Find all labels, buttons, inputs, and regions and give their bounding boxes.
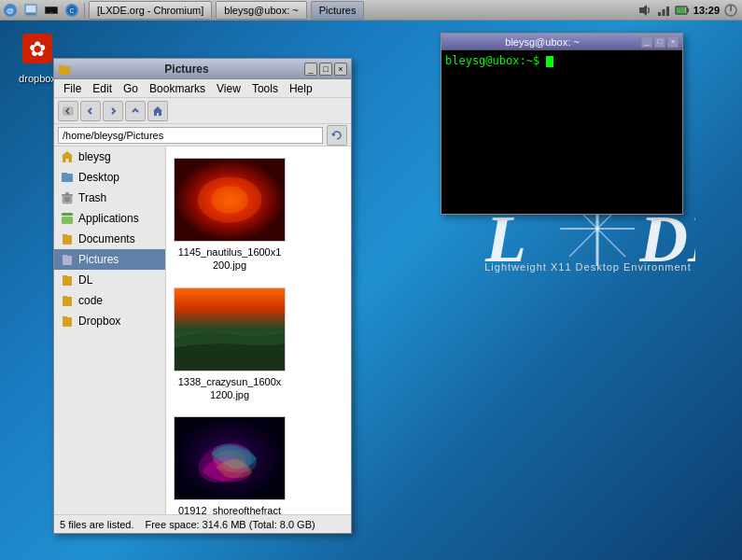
sidebar-label-applications: Applications bbox=[78, 212, 139, 225]
sidebar-label-code: code bbox=[78, 294, 103, 307]
toolbar-home-button[interactable] bbox=[147, 101, 168, 121]
svg-marker-11 bbox=[639, 5, 647, 16]
network-icon bbox=[656, 3, 671, 18]
sidebar-label-dropbox: Dropbox bbox=[78, 315, 120, 328]
sound-icon bbox=[637, 3, 652, 18]
fm-sidebar: bleysg Desktop bbox=[54, 147, 166, 514]
sidebar-item-dropbox[interactable]: Dropbox bbox=[54, 311, 165, 331]
fm-statusbar: 5 files are listed. Free space: 314.6 MB… bbox=[54, 514, 351, 533]
fm-content: bleysg Desktop bbox=[54, 147, 351, 514]
svg-rect-52 bbox=[63, 317, 72, 327]
term-title: bleysg@ubox: ~ bbox=[445, 36, 639, 48]
svg-rect-45 bbox=[63, 234, 67, 236]
file-item-2[interactable]: 1338_crazysun_1600x1200.jpg bbox=[174, 284, 286, 406]
file-name-1: 1145_nautilus_1600x1200.jpg bbox=[177, 245, 282, 273]
toolbar-reload-button[interactable] bbox=[327, 125, 347, 146]
svg-text:✿: ✿ bbox=[29, 37, 46, 61]
svg-rect-4 bbox=[26, 13, 35, 15]
svg-rect-33 bbox=[62, 174, 73, 182]
pictures-folder-icon bbox=[60, 252, 75, 267]
file-name-2: 1338_crazysun_1600x1200.jpg bbox=[177, 375, 282, 402]
term-maximize-button[interactable]: □ bbox=[654, 36, 665, 48]
menu-bookmarks[interactable]: Bookmarks bbox=[144, 79, 211, 98]
fm-maximize-button[interactable]: □ bbox=[319, 63, 332, 76]
menu-view[interactable]: View bbox=[211, 79, 246, 98]
svg-rect-53 bbox=[63, 316, 67, 318]
toolbar-up-button[interactable] bbox=[125, 101, 146, 121]
sidebar-item-documents[interactable]: Documents bbox=[54, 229, 165, 249]
svg-rect-29 bbox=[59, 65, 64, 67]
taskbar-icon-2[interactable] bbox=[21, 0, 41, 21]
svg-marker-31 bbox=[153, 106, 162, 116]
sidebar-item-trash[interactable]: Trash bbox=[54, 188, 165, 208]
status-file-count: 5 files are listed. bbox=[60, 519, 133, 530]
sidebar-label-trash: Trash bbox=[78, 191, 106, 204]
term-cursor bbox=[546, 56, 553, 67]
svg-rect-51 bbox=[63, 296, 67, 298]
svg-rect-14 bbox=[666, 7, 669, 16]
svg-rect-50 bbox=[63, 297, 72, 306]
fm-titlebar-icon bbox=[58, 63, 71, 76]
svg-marker-32 bbox=[62, 151, 73, 162]
fm-minimize-button[interactable]: _ bbox=[304, 63, 317, 76]
taskbar-icon-3[interactable]: _ bbox=[41, 0, 62, 21]
svg-rect-17 bbox=[677, 7, 685, 13]
svg-rect-49 bbox=[63, 275, 67, 277]
sidebar-item-pictures[interactable]: Pictures bbox=[54, 249, 165, 270]
power-icon[interactable] bbox=[723, 3, 738, 18]
dropbox-label: dropbox bbox=[19, 73, 56, 84]
svg-rect-43 bbox=[62, 213, 73, 216]
svg-rect-47 bbox=[63, 255, 67, 257]
toolbar-prev-button[interactable] bbox=[58, 101, 78, 121]
fm-addressbar bbox=[54, 124, 351, 147]
taskbar-separator bbox=[84, 3, 85, 18]
menu-help[interactable]: Help bbox=[284, 79, 318, 98]
sidebar-item-home[interactable]: bleysg bbox=[54, 147, 165, 167]
term-close-button[interactable]: × bbox=[667, 36, 679, 48]
svg-rect-28 bbox=[59, 66, 70, 75]
term-body: bleysg@ubox:~$ bbox=[441, 50, 682, 214]
taskbar-btn-pictures[interactable]: Pictures bbox=[311, 1, 365, 20]
file-item-1[interactable]: 1145_nautilus_1600x1200.jpg bbox=[174, 154, 286, 276]
home-icon bbox=[152, 105, 163, 117]
desktop: @ _ C bbox=[0, 0, 742, 560]
sidebar-item-applications[interactable]: Applications bbox=[54, 208, 165, 229]
sidebar-item-code[interactable]: code bbox=[54, 290, 165, 311]
svg-text:@: @ bbox=[7, 7, 14, 15]
sidebar-item-dl[interactable]: DL bbox=[54, 270, 165, 290]
svg-rect-12 bbox=[658, 12, 661, 16]
back-icon bbox=[85, 105, 96, 117]
toolbar-back-button[interactable] bbox=[80, 101, 101, 121]
term-minimize-button[interactable]: _ bbox=[641, 36, 652, 48]
sidebar-item-desktop[interactable]: Desktop bbox=[54, 167, 165, 188]
toolbar-forward-button[interactable] bbox=[103, 101, 123, 121]
taskbar-btn-terminal[interactable]: bleysg@ubox: ~ bbox=[216, 1, 306, 20]
term-titlebar: bleysg@ubox: ~ _ □ × bbox=[441, 34, 682, 50]
taskbar-btn-chromium[interactable]: [LXDE.org - Chromium] bbox=[89, 1, 212, 20]
clock: 13:29 bbox=[693, 5, 720, 16]
battery-icon bbox=[675, 3, 690, 18]
taskbar-icon-4[interactable]: C bbox=[62, 0, 82, 21]
prev-icon bbox=[63, 105, 74, 117]
svg-rect-34 bbox=[62, 173, 67, 175]
svg-text:C: C bbox=[69, 7, 74, 14]
status-free-space: Free space: 314.6 MB (Total: 8.0 GB) bbox=[145, 519, 315, 530]
trash-icon bbox=[60, 190, 75, 205]
menu-edit[interactable]: Edit bbox=[87, 79, 118, 98]
fm-close-button[interactable]: × bbox=[334, 63, 347, 76]
fm-menubar: File Edit Go Bookmarks View Tools Help bbox=[54, 79, 351, 98]
file-item-3[interactable]: 01912_shoreofthefractalsea_1600x1200.jpg bbox=[174, 413, 286, 514]
term-prompt: bleysg@ubox:~$ bbox=[445, 54, 553, 67]
file-thumb-1 bbox=[174, 158, 286, 242]
applications-icon bbox=[60, 211, 75, 226]
menu-file[interactable]: File bbox=[58, 79, 87, 98]
svg-rect-48 bbox=[63, 276, 72, 286]
up-icon bbox=[130, 105, 141, 117]
file-thumb-3 bbox=[174, 416, 286, 500]
menu-tools[interactable]: Tools bbox=[246, 79, 284, 98]
taskbar-icon-1[interactable]: @ bbox=[0, 0, 21, 21]
svg-rect-3 bbox=[26, 6, 35, 12]
address-input[interactable] bbox=[58, 127, 323, 144]
taskbar: @ _ C bbox=[0, 0, 742, 21]
menu-go[interactable]: Go bbox=[118, 79, 144, 98]
